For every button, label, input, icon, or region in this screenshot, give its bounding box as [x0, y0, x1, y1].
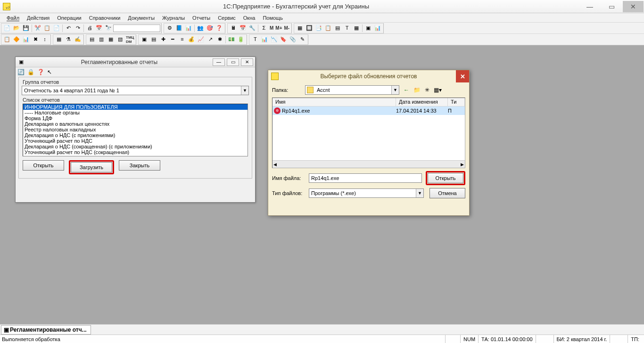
tool-icon[interactable]: ✍ [74, 35, 82, 44]
tool-icon[interactable]: ⚙ [165, 24, 174, 33]
load-button[interactable]: Загрузить [71, 162, 112, 172]
list-item[interactable]: Форма 1ДФ [23, 115, 248, 121]
list-item[interactable]: Уточняющий расчет по НДС [23, 138, 248, 144]
maximize-button[interactable]: ▭ [601, 1, 622, 12]
redo-icon[interactable]: ↷ [74, 24, 82, 33]
horizontal-scrollbar[interactable]: ◀ ▶ [272, 160, 465, 168]
tool-icon[interactable]: T [343, 24, 351, 33]
close-reports-button[interactable]: Закрыть [119, 160, 160, 171]
tool-icon[interactable]: 🔶 [12, 35, 21, 44]
col-name[interactable]: Имя [272, 98, 396, 106]
menu-journals[interactable]: Журналы [158, 15, 189, 21]
filename-input[interactable] [309, 173, 422, 183]
tool-icon[interactable]: ▤ [149, 35, 158, 44]
menu-documents[interactable]: Документы [124, 15, 158, 21]
group-combo-input[interactable] [22, 88, 241, 93]
menu-service[interactable]: Сервис [214, 15, 239, 21]
new-folder-icon[interactable]: ✳ [423, 86, 431, 94]
paste-icon[interactable]: 📄 [52, 24, 61, 33]
list-item[interactable]: Декларация о НДС (с приложениями) [23, 132, 248, 138]
grid-icon[interactable]: ▦ [296, 24, 304, 33]
maximize-button[interactable]: ▭ [227, 58, 239, 66]
sub-tool-icon[interactable]: 🔒 [27, 69, 34, 75]
tool-icon[interactable]: ≡ [178, 35, 186, 44]
list-item[interactable]: Декларация о НДС (сокращенная) (с прилож… [23, 144, 248, 149]
tool-icon[interactable]: 📊 [22, 35, 30, 44]
view-menu-icon[interactable]: ▦▾ [433, 86, 442, 94]
chevron-down-icon[interactable]: ▼ [391, 86, 399, 94]
open-icon[interactable]: 📂 [12, 24, 21, 33]
tool-icon[interactable]: ✚ [159, 35, 167, 44]
tool-icon[interactable]: ▥ [97, 35, 106, 44]
file-open-button[interactable]: Открыть [428, 173, 463, 183]
file-list-row[interactable]: ⚙ Rp14q1.exe 17.04.2014 14:33 П [272, 106, 465, 115]
memory-mplus[interactable]: М+ [274, 25, 283, 31]
list-item[interactable]: ИНФОРМАЦИЯ ДЛЯ ПОЛЬЗОВАТЕЛЯ [23, 104, 248, 110]
menu-file[interactable]: Файл [3, 15, 23, 21]
file-dialog-close-button[interactable]: ✕ [456, 70, 469, 82]
tool-icon[interactable]: 🔋 [237, 35, 245, 44]
chevron-down-icon[interactable]: ▼ [416, 189, 423, 197]
tool-icon[interactable]: 📊 [184, 24, 193, 33]
tool-icon[interactable]: ✎ [298, 35, 306, 44]
close-button[interactable]: ✕ [241, 58, 253, 66]
tool-icon[interactable]: ⚗ [64, 35, 73, 44]
tool-icon[interactable]: 📊 [260, 35, 269, 44]
group-combo[interactable]: ▼ [22, 86, 249, 95]
sub-tool-arrow-icon[interactable]: ↖ [47, 69, 52, 75]
minimize-button[interactable]: — [579, 1, 600, 12]
sub-tool-icon[interactable]: ❓ [37, 69, 44, 75]
tool-icon[interactable]: 📋 [324, 24, 332, 33]
taskbar-tab[interactable]: ▣ Регламентированные отч... [1, 325, 91, 335]
tool-icon[interactable]: 📑 [314, 24, 323, 33]
menu-actions[interactable]: Действия [23, 15, 53, 21]
print-icon[interactable]: 🖨 [85, 24, 94, 33]
tool-icon[interactable]: ТМЦDM [125, 35, 135, 44]
memory-m[interactable]: М [269, 25, 274, 31]
tool-icon[interactable]: 🔧 [248, 24, 256, 33]
list-item[interactable]: Уточняющий расчет по НДС (сокращенная) [23, 149, 248, 155]
tool-icon[interactable]: ▤ [333, 24, 342, 33]
tool-icon[interactable]: 💵 [227, 35, 236, 44]
tool-icon[interactable]: 📘 [175, 24, 183, 33]
find-icon[interactable]: 🔭 [104, 24, 113, 33]
date-icon[interactable]: 📅 [239, 24, 247, 33]
reports-listbox[interactable]: ИНФОРМАЦИЯ ДЛЯ ПОЛЬЗОВАТЕЛЯ ----- Налого… [23, 104, 248, 156]
search-input[interactable] [113, 24, 160, 32]
cut-icon[interactable]: ✂️ [33, 24, 42, 33]
tool-icon[interactable]: ▤ [88, 35, 96, 44]
back-icon[interactable]: ← [402, 86, 411, 94]
calendar-icon[interactable]: 📅 [95, 24, 103, 33]
list-item[interactable]: Декларация о валютных ценностях [23, 121, 248, 127]
tool-icon[interactable]: ▣ [364, 24, 372, 33]
menu-reports[interactable]: Отчеты [189, 15, 214, 21]
col-type[interactable]: Ти [448, 98, 465, 106]
col-date[interactable]: Дата изменения [396, 98, 448, 106]
tool-icon[interactable]: 🔲 [305, 24, 314, 33]
tool-icon[interactable]: ✱ [215, 35, 224, 44]
tool-icon[interactable]: 📎 [289, 35, 297, 44]
sum-icon[interactable]: Σ [260, 24, 268, 33]
folder-combo[interactable]: Accnt ▼ [305, 85, 399, 95]
close-button[interactable]: ✕ [623, 1, 644, 12]
users-icon[interactable]: 👥 [196, 24, 205, 33]
memory-mminus[interactable]: М- [283, 25, 291, 31]
list-item[interactable]: ----- Налоговые органы [23, 110, 248, 115]
sub-tool-icon[interactable]: 🔄 [17, 69, 25, 75]
calc-icon[interactable]: 🖩 [229, 24, 238, 33]
help-icon[interactable]: ❓ [215, 24, 223, 33]
tool-icon[interactable]: ↗ [206, 35, 215, 44]
tool-icon[interactable]: ▦ [352, 24, 361, 33]
undo-icon[interactable]: ↶ [64, 24, 73, 33]
open-button[interactable]: Открыть [23, 160, 64, 171]
tool-icon[interactable]: Т [251, 35, 259, 44]
tool-icon[interactable]: 📉 [270, 35, 278, 44]
tool-icon[interactable]: 📈 [197, 35, 205, 44]
tool-icon[interactable]: 💰 [187, 35, 196, 44]
filetype-combo[interactable]: Программы (*.exe) ▼ [309, 188, 424, 198]
tool-icon[interactable]: ↕ [41, 35, 49, 44]
new-icon[interactable]: 📄 [3, 24, 11, 33]
menu-operations[interactable]: Операции [53, 15, 85, 21]
minimize-button[interactable]: — [213, 58, 225, 66]
up-folder-icon[interactable]: 📁 [413, 86, 421, 94]
